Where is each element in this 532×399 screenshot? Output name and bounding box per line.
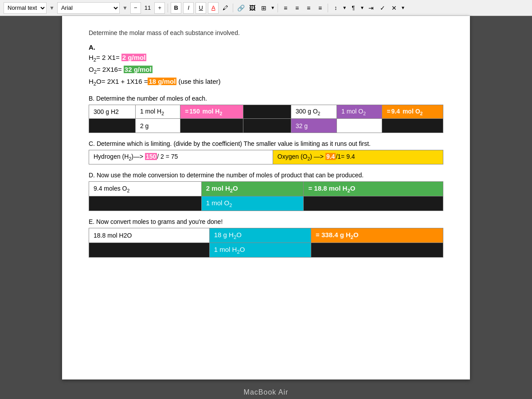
checklist-icon[interactable]: ✓ [378, 3, 387, 13]
d-r2-c1 [89, 196, 202, 211]
text-style-select[interactable]: Normal text Heading 1 Heading 2 [4, 2, 47, 14]
b-r1-c4 [243, 105, 291, 119]
intro-text: Determine the molar mass of each substan… [89, 29, 443, 36]
b-r2-c2: 2 g [135, 119, 180, 133]
b-r2-c5: 32 g [291, 119, 336, 133]
c-table: Hydrogen (H2)—> 150/ 2 = 75 Oxygen (O2) … [89, 150, 443, 164]
separator-3 [278, 4, 278, 12]
table-icon[interactable]: ⊞ [259, 3, 269, 13]
d-r1-c1: 9.4 moles O2 [89, 182, 202, 196]
section-a: A. H2= 2 X1= 2 g/mol O2= 2X16= 32 g/mol … [89, 43, 443, 88]
b-r1-c5: 300 g O2 [291, 105, 336, 119]
link-icon[interactable]: 🔗 [236, 3, 246, 13]
section-c-label: C. Determine which is limiting. (divide … [89, 140, 443, 147]
b-r2-c1 [89, 119, 136, 133]
d-table-row-1: 9.4 moles O2 2 mol H2O = 18.8 mol H2O [89, 182, 443, 196]
separator-1 [168, 4, 168, 12]
o2-molar-mass: 32 g/mol [124, 66, 153, 73]
b-r1-c7: =9.4 mol O2 [382, 105, 443, 119]
decrease-font-btn[interactable]: − [130, 2, 141, 14]
document-area: Determine the molar mass of each substan… [62, 16, 470, 379]
formula-h2o: H2O= 2X1 + 1X16 =18 g/mol (use this late… [89, 77, 443, 88]
c-oxygen: Oxygen (O2) —> 9.4/1= 9.4 [273, 150, 443, 164]
b-r1-c3: =150 mol H2 [180, 105, 243, 119]
b-r1-c6: 1 mol O2 [337, 105, 382, 119]
format-dropdown[interactable]: ▼ [401, 5, 405, 10]
b-r1-c2: 1 mol H2 [135, 105, 180, 119]
toolbar: Normal text Heading 1 Heading 2 ▼ Arial … [0, 0, 532, 16]
formula-h2: H2= 2 X1= 2 g/mol [89, 53, 443, 64]
h2-molar-mass: 2 g/mol [121, 54, 147, 61]
line-spacing-icon[interactable]: ↕ [331, 3, 340, 13]
table-dropdown-icon[interactable]: ▼ [270, 5, 275, 10]
separator-2 [233, 4, 233, 12]
bold-btn[interactable]: B [171, 2, 181, 14]
font-color-btn[interactable]: A [208, 2, 219, 14]
e-r2-c3 [311, 243, 443, 258]
d-r1-c2: 2 mol H2O [201, 182, 304, 196]
align-left-icon[interactable]: ≡ [281, 3, 290, 13]
formula-o2: O2= 2X16= 32 g/mol [89, 65, 443, 76]
line-spacing-dropdown[interactable]: ▼ [342, 5, 347, 10]
d-r1-c3: = 18.8 mol H2O [304, 182, 443, 196]
e-r2-c2: 1 mol H2O [209, 243, 311, 258]
d-table-row-2: 1 mol O2 [89, 196, 443, 211]
section-e-label: E. Now convert moles to grams and you're… [89, 218, 443, 225]
e-table-row-1: 18.8 mol H2O 18 g H2O = 338.4 g H2O [89, 228, 443, 243]
font-size-display: 11 [143, 4, 153, 11]
font-select[interactable]: Arial Times New Roman [57, 2, 120, 14]
b-r2-c7 [382, 119, 443, 133]
d-r2-c3 [304, 196, 443, 211]
image-icon[interactable]: 🖼 [247, 3, 257, 13]
b-table-row-2: 2 g 32 g [89, 119, 443, 133]
b-table-row-1: 300 g H2 1 mol H2 =150 mol H2 300 g O2 1… [89, 105, 443, 119]
section-c: C. Determine which is limiting. (divide … [89, 140, 443, 164]
section-d-label: D. Now use the mole conversion to determ… [89, 172, 443, 179]
highlight-icon[interactable]: 🖍 [220, 3, 230, 13]
e-r1-c1: 18.8 mol H2O [89, 228, 210, 243]
h2o-molar-mass: 18 g/mol [148, 78, 176, 85]
b-table: 300 g H2 1 mol H2 =150 mol H2 300 g O2 1… [89, 105, 443, 133]
paragraph-spacing-icon[interactable]: ¶ [348, 3, 358, 13]
b-r2-c6 [337, 119, 382, 133]
e-table-row-2: 1 mol H2O [89, 243, 443, 258]
d-r2-c2: 1 mol O2 [201, 196, 304, 211]
b-r2-c4 [243, 119, 291, 133]
section-d: D. Now use the mole conversion to determ… [89, 172, 443, 211]
e-r2-c1 [89, 243, 210, 258]
indent-icon[interactable]: ⇥ [366, 3, 376, 13]
section-a-label: A. [89, 43, 443, 51]
c-table-row: Hydrogen (H2)—> 150/ 2 = 75 Oxygen (O2) … [89, 150, 443, 164]
macbook-label: MacBook Air [244, 388, 289, 396]
increase-font-btn[interactable]: + [154, 2, 165, 14]
e-table: 18.8 mol H2O 18 g H2O = 338.4 g H2O 1 mo… [89, 228, 443, 258]
d-table: 9.4 moles O2 2 mol H2O = 18.8 mol H2O 1 … [89, 181, 443, 211]
clear-format-icon[interactable]: ✕ [389, 3, 399, 13]
b-r1-c1: 300 g H2 [89, 105, 136, 119]
align-justify-icon[interactable]: ≡ [315, 3, 325, 13]
e-r1-c3: = 338.4 g H2O [311, 228, 443, 243]
italic-btn[interactable]: I [183, 2, 194, 14]
section-b-label: B. Determine the number of moles of each… [89, 95, 443, 102]
underline-btn[interactable]: U [196, 2, 206, 14]
section-e: E. Now convert moles to grams and you're… [89, 218, 443, 258]
separator-4 [328, 4, 328, 12]
e-r1-c2: 18 g H2O [209, 228, 311, 243]
c-hydrogen: Hydrogen (H2)—> 150/ 2 = 75 [89, 150, 273, 164]
section-b: B. Determine the number of moles of each… [89, 95, 443, 133]
para-spacing-dropdown[interactable]: ▼ [360, 5, 364, 10]
align-right-icon[interactable]: ≡ [304, 3, 313, 13]
align-center-icon[interactable]: ≡ [292, 3, 302, 13]
b-r2-c3 [180, 119, 243, 133]
